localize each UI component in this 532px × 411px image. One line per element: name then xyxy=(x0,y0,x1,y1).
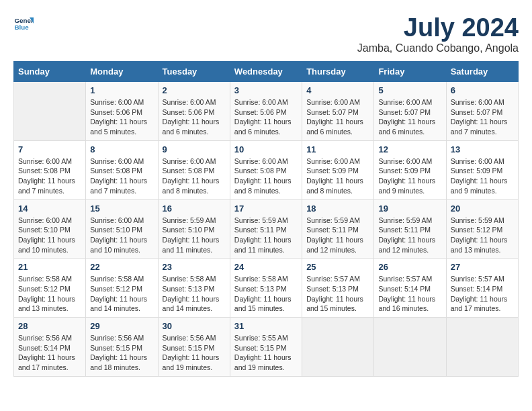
calendar-cell: 15Sunrise: 6:00 AMSunset: 5:10 PMDayligh… xyxy=(86,199,158,259)
day-info: Sunrise: 6:00 AMSunset: 5:09 PMDaylight:… xyxy=(306,156,369,196)
calendar-cell xyxy=(446,318,518,377)
calendar-cell: 14Sunrise: 6:00 AMSunset: 5:10 PMDayligh… xyxy=(14,199,86,259)
calendar-cell: 13Sunrise: 6:00 AMSunset: 5:09 PMDayligh… xyxy=(446,140,518,199)
calendar-cell xyxy=(302,318,374,377)
logo: General Blue General Blue xyxy=(13,13,36,34)
header-thursday: Thursday xyxy=(302,62,374,82)
day-info: Sunrise: 5:55 AMSunset: 5:15 PMDaylight:… xyxy=(234,333,298,373)
day-number: 24 xyxy=(234,262,298,272)
calendar-cell: 6Sunrise: 6:00 AMSunset: 5:07 PMDaylight… xyxy=(446,82,518,141)
calendar-cell: 8Sunrise: 6:00 AMSunset: 5:08 PMDaylight… xyxy=(86,140,158,199)
header-sunday: Sunday xyxy=(14,62,86,82)
calendar-cell: 26Sunrise: 5:57 AMSunset: 5:14 PMDayligh… xyxy=(374,259,446,318)
calendar-cell: 24Sunrise: 5:58 AMSunset: 5:13 PMDayligh… xyxy=(230,259,302,318)
calendar-cell: 12Sunrise: 6:00 AMSunset: 5:09 PMDayligh… xyxy=(374,140,446,199)
calendar-cell: 21Sunrise: 5:58 AMSunset: 5:12 PMDayligh… xyxy=(14,259,86,318)
calendar-cell: 27Sunrise: 5:57 AMSunset: 5:14 PMDayligh… xyxy=(446,259,518,318)
day-number: 17 xyxy=(234,203,298,214)
header-tuesday: Tuesday xyxy=(158,62,230,82)
day-number: 20 xyxy=(451,203,514,214)
title-area: July 2024 Jamba, Cuando Cobango, Angola xyxy=(357,13,519,54)
calendar-cell: 20Sunrise: 5:59 AMSunset: 5:12 PMDayligh… xyxy=(446,199,518,259)
day-info: Sunrise: 6:00 AMSunset: 5:08 PMDaylight:… xyxy=(90,156,153,196)
calendar-cell: 1Sunrise: 6:00 AMSunset: 5:06 PMDaylight… xyxy=(86,82,158,141)
day-number: 19 xyxy=(378,203,441,214)
day-info: Sunrise: 5:57 AMSunset: 5:14 PMDaylight:… xyxy=(451,274,514,314)
day-number: 23 xyxy=(163,262,226,272)
calendar-cell: 10Sunrise: 6:00 AMSunset: 5:08 PMDayligh… xyxy=(230,140,302,199)
calendar-cell: 11Sunrise: 6:00 AMSunset: 5:09 PMDayligh… xyxy=(302,140,374,199)
header-saturday: Saturday xyxy=(446,62,518,82)
day-info: Sunrise: 5:57 AMSunset: 5:13 PMDaylight:… xyxy=(306,274,369,314)
day-number: 12 xyxy=(378,144,441,154)
day-number: 1 xyxy=(90,85,153,95)
day-number: 8 xyxy=(90,144,153,154)
day-info: Sunrise: 5:57 AMSunset: 5:14 PMDaylight:… xyxy=(378,274,441,314)
calendar-week-row: 14Sunrise: 6:00 AMSunset: 5:10 PMDayligh… xyxy=(14,199,519,259)
calendar-week-row: 28Sunrise: 5:56 AMSunset: 5:14 PMDayligh… xyxy=(14,318,519,377)
day-number: 10 xyxy=(234,144,298,154)
calendar-cell xyxy=(374,318,446,377)
day-info: Sunrise: 6:00 AMSunset: 5:06 PMDaylight:… xyxy=(90,97,153,137)
day-info: Sunrise: 6:00 AMSunset: 5:07 PMDaylight:… xyxy=(306,97,369,137)
day-number: 13 xyxy=(451,144,514,154)
day-info: Sunrise: 6:00 AMSunset: 5:08 PMDaylight:… xyxy=(18,156,81,196)
calendar-week-row: 1Sunrise: 6:00 AMSunset: 5:06 PMDaylight… xyxy=(14,82,519,141)
calendar-cell: 29Sunrise: 5:56 AMSunset: 5:15 PMDayligh… xyxy=(86,318,158,377)
day-info: Sunrise: 5:58 AMSunset: 5:13 PMDaylight:… xyxy=(163,274,226,314)
day-info: Sunrise: 6:00 AMSunset: 5:08 PMDaylight:… xyxy=(163,156,226,196)
subtitle: Jamba, Cuando Cobango, Angola xyxy=(357,42,519,54)
day-number: 15 xyxy=(90,203,153,214)
day-info: Sunrise: 6:00 AMSunset: 5:06 PMDaylight:… xyxy=(163,97,226,137)
day-info: Sunrise: 5:58 AMSunset: 5:12 PMDaylight:… xyxy=(18,274,81,314)
day-number: 25 xyxy=(306,262,369,272)
day-number: 18 xyxy=(306,203,369,214)
calendar-cell: 19Sunrise: 5:59 AMSunset: 5:11 PMDayligh… xyxy=(374,199,446,259)
calendar-cell: 18Sunrise: 5:59 AMSunset: 5:11 PMDayligh… xyxy=(302,199,374,259)
day-number: 6 xyxy=(451,85,514,95)
day-number: 11 xyxy=(306,144,369,154)
day-info: Sunrise: 6:00 AMSunset: 5:08 PMDaylight:… xyxy=(234,156,298,196)
svg-text:Blue: Blue xyxy=(15,24,30,31)
day-number: 28 xyxy=(18,321,81,331)
day-number: 14 xyxy=(18,203,81,214)
main-title: July 2024 xyxy=(357,13,519,42)
day-info: Sunrise: 5:58 AMSunset: 5:12 PMDaylight:… xyxy=(90,274,153,314)
calendar-cell: 30Sunrise: 5:56 AMSunset: 5:15 PMDayligh… xyxy=(158,318,230,377)
day-number: 16 xyxy=(163,203,226,214)
header-monday: Monday xyxy=(86,62,158,82)
page-header: General Blue General Blue July 2024 Jamb… xyxy=(13,13,519,54)
day-number: 30 xyxy=(163,321,226,331)
calendar-cell: 22Sunrise: 5:58 AMSunset: 5:12 PMDayligh… xyxy=(86,259,158,318)
calendar-cell: 16Sunrise: 5:59 AMSunset: 5:10 PMDayligh… xyxy=(158,199,230,259)
day-info: Sunrise: 5:56 AMSunset: 5:15 PMDaylight:… xyxy=(90,333,153,373)
day-info: Sunrise: 5:59 AMSunset: 5:12 PMDaylight:… xyxy=(451,216,514,255)
day-info: Sunrise: 6:00 AMSunset: 5:09 PMDaylight:… xyxy=(451,156,514,196)
calendar-week-row: 7Sunrise: 6:00 AMSunset: 5:08 PMDaylight… xyxy=(14,140,519,199)
calendar-week-row: 21Sunrise: 5:58 AMSunset: 5:12 PMDayligh… xyxy=(14,259,519,318)
day-number: 9 xyxy=(163,144,226,154)
calendar-cell: 23Sunrise: 5:58 AMSunset: 5:13 PMDayligh… xyxy=(158,259,230,318)
day-info: Sunrise: 5:59 AMSunset: 5:11 PMDaylight:… xyxy=(234,216,298,255)
calendar-cell: 25Sunrise: 5:57 AMSunset: 5:13 PMDayligh… xyxy=(302,259,374,318)
calendar-cell: 3Sunrise: 6:00 AMSunset: 5:06 PMDaylight… xyxy=(230,82,302,141)
day-info: Sunrise: 5:58 AMSunset: 5:13 PMDaylight:… xyxy=(234,274,298,314)
day-number: 27 xyxy=(451,262,514,272)
day-number: 5 xyxy=(378,85,441,95)
day-info: Sunrise: 6:00 AMSunset: 5:07 PMDaylight:… xyxy=(451,97,514,137)
calendar-cell: 17Sunrise: 5:59 AMSunset: 5:11 PMDayligh… xyxy=(230,199,302,259)
calendar-cell: 7Sunrise: 6:00 AMSunset: 5:08 PMDaylight… xyxy=(14,140,86,199)
day-info: Sunrise: 6:00 AMSunset: 5:07 PMDaylight:… xyxy=(378,97,441,137)
day-info: Sunrise: 5:59 AMSunset: 5:11 PMDaylight:… xyxy=(306,216,369,255)
day-info: Sunrise: 5:56 AMSunset: 5:14 PMDaylight:… xyxy=(18,333,81,373)
header-wednesday: Wednesday xyxy=(230,62,302,82)
calendar-cell: 5Sunrise: 6:00 AMSunset: 5:07 PMDaylight… xyxy=(374,82,446,141)
day-info: Sunrise: 5:59 AMSunset: 5:10 PMDaylight:… xyxy=(163,216,226,255)
calendar-cell: 2Sunrise: 6:00 AMSunset: 5:06 PMDaylight… xyxy=(158,82,230,141)
day-info: Sunrise: 6:00 AMSunset: 5:10 PMDaylight:… xyxy=(90,216,153,255)
day-info: Sunrise: 5:59 AMSunset: 5:11 PMDaylight:… xyxy=(378,216,441,255)
day-info: Sunrise: 6:00 AMSunset: 5:09 PMDaylight:… xyxy=(378,156,441,196)
calendar-cell: 9Sunrise: 6:00 AMSunset: 5:08 PMDaylight… xyxy=(158,140,230,199)
day-info: Sunrise: 6:00 AMSunset: 5:10 PMDaylight:… xyxy=(18,216,81,255)
day-number: 31 xyxy=(234,321,298,331)
